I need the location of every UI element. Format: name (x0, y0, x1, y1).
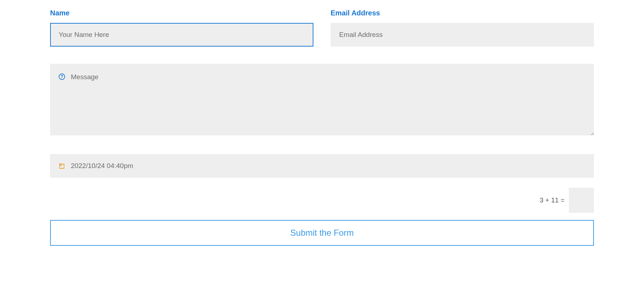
contact-form: Name Email Address ? 3 + 11 = (50, 9, 594, 246)
email-label: Email Address (331, 9, 594, 17)
submit-button[interactable]: Submit the Form (50, 220, 594, 246)
email-field-group: Email Address (331, 9, 594, 47)
message-field-group: ? (50, 64, 594, 137)
name-input[interactable] (50, 23, 313, 47)
captcha-input[interactable] (569, 188, 594, 213)
form-row-top: Name Email Address (50, 9, 594, 47)
name-field-group: Name (50, 9, 313, 47)
captcha-question: 3 + 11 = (540, 196, 565, 204)
datetime-input[interactable] (50, 154, 594, 178)
captcha-row: 3 + 11 = (50, 188, 594, 213)
message-input[interactable] (50, 64, 594, 135)
email-input[interactable] (331, 23, 594, 47)
datetime-field-group (50, 154, 594, 178)
name-label: Name (50, 9, 313, 17)
